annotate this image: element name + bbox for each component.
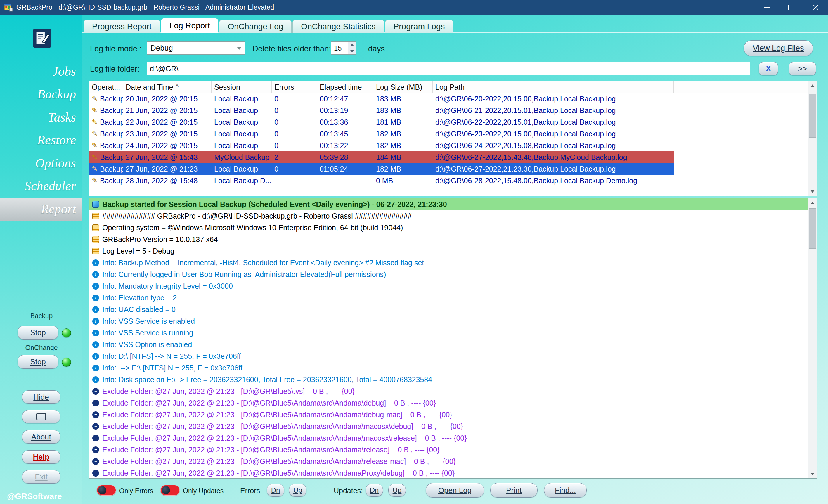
scrollbar-thumb[interactable] <box>809 208 816 249</box>
log-line[interactable]: iInfo: D:\ [NTFS] --> N = 255, F = 0x3e7… <box>89 350 808 362</box>
delete-older-stepper[interactable]: 15 <box>331 41 356 55</box>
log-line[interactable]: GRBackPro Version = 10.0.137 x64 <box>89 234 808 245</box>
log-line[interactable]: iInfo: Elevation type = 2 <box>89 292 808 303</box>
log-line[interactable]: iInfo: VSS Service is running <box>89 327 808 339</box>
table-row[interactable]: ✎Backup21 Jun, 2022 @ 20:15Local Backup0… <box>89 104 674 116</box>
log-line[interactable]: Log Level = 5 - Debug <box>89 245 808 257</box>
log-line[interactable]: −Exclude Folder: @27 Jun, 2022 @ 21:23 -… <box>89 409 808 420</box>
log-line[interactable]: iInfo: --> E:\ [NTFS] N = 255, F = 0x3e7… <box>89 362 808 374</box>
log-scrollbar[interactable] <box>808 198 817 478</box>
log-folder-input[interactable] <box>147 62 750 75</box>
table-row[interactable]: ✎Backup27 Jun, 2022 @ 21:23Local Backup0… <box>89 163 674 175</box>
sidebar-item-jobs[interactable]: Jobs <box>0 60 82 83</box>
about-button[interactable]: About <box>22 430 60 444</box>
tab-log-report[interactable]: Log Report <box>161 18 218 33</box>
log-line[interactable]: −Exclude Folder: @27 Jun, 2022 @ 21:23 -… <box>89 385 808 397</box>
scroll-up-button[interactable] <box>808 81 817 90</box>
column-header-session[interactable]: Session <box>211 81 272 93</box>
log-line[interactable]: iInfo: VSS Option is enabled <box>89 339 808 350</box>
view-log-files-button[interactable]: View Log Files <box>744 40 813 56</box>
only-errors-toggle[interactable] <box>97 485 116 496</box>
column-header-log-size-mb[interactable]: Log Size (MB) <box>373 81 433 93</box>
tab-program-logs[interactable]: Program Logs <box>385 20 453 33</box>
expand-folder-button[interactable]: >> <box>789 62 816 75</box>
sidebar-item-scheduler[interactable]: Scheduler <box>0 175 82 198</box>
find-button[interactable]: Find... <box>544 483 587 498</box>
scroll-down-button[interactable] <box>808 187 817 196</box>
stepper-down-button[interactable] <box>348 48 356 54</box>
table-row[interactable]: ✎Backup23 Jun, 2022 @ 20:15Local Backup0… <box>89 128 674 140</box>
log-line[interactable]: iInfo: UAC disabled = 0 <box>89 303 808 315</box>
backup-status-led <box>62 328 71 337</box>
log-line[interactable]: −Exclude Folder: @27 Jun, 2022 @ 21:23 -… <box>89 467 808 478</box>
info-icon: i <box>92 259 99 266</box>
log-line[interactable]: Backup started for Session Local Backup … <box>89 198 808 210</box>
stop-onchange-button[interactable]: Stop <box>17 355 58 369</box>
log-line[interactable]: −Exclude Folder: @27 Jun, 2022 @ 21:23 -… <box>89 420 808 432</box>
only-updates-toggle[interactable] <box>160 485 180 496</box>
stop-backup-button[interactable]: Stop <box>17 326 58 339</box>
table-row[interactable]: ✎Backup28 Jun, 2022 @ 15:48Local Backup … <box>89 175 674 186</box>
stepper-up-button[interactable] <box>348 42 356 48</box>
window-title: GRBackPro - d:\@GR\HD-SSD-backup.grb - R… <box>16 3 274 11</box>
log-line[interactable]: iInfo: VSS Service is enabled <box>89 315 808 327</box>
updates-down-button[interactable]: Dn <box>366 484 383 497</box>
app-logo <box>33 29 51 48</box>
maximize-button[interactable] <box>779 0 803 14</box>
log-line[interactable]: ############# GRBackPro - d:\@GR\HD-SSD-… <box>89 210 808 222</box>
arrow-up-icon <box>350 44 354 46</box>
table-scrollbar[interactable] <box>808 81 817 196</box>
table-row[interactable]: ✎Backup24 Jun, 2022 @ 20:15Local Backup0… <box>89 140 674 151</box>
log-line[interactable]: iInfo: Currently logged in User Bob Runn… <box>89 268 808 280</box>
backup-group-label: Backup <box>10 312 73 320</box>
errors-up-button[interactable]: Up <box>289 484 306 497</box>
scroll-down-button[interactable] <box>808 469 817 478</box>
tab-onchange-statistics[interactable]: OnChange Statistics <box>292 20 384 33</box>
tab-onchange-log[interactable]: OnChange Log <box>219 20 292 33</box>
exit-button[interactable]: Exit <box>22 470 60 484</box>
sidebar-item-options[interactable]: Options <box>0 152 82 175</box>
arrow-up-icon <box>811 84 815 87</box>
onchange-group-label: OnChange <box>10 344 73 352</box>
column-header-operat[interactable]: Operat... <box>89 81 123 93</box>
column-header-log-path[interactable]: Log Path <box>433 81 674 93</box>
scroll-up-button[interactable] <box>808 198 817 207</box>
table-row[interactable]: ✎Backup20 Jun, 2022 @ 20:15Local Backup0… <box>89 93 674 104</box>
log-line[interactable]: iInfo: Mandatory Integrity Level = 0x300… <box>89 280 808 292</box>
brand-label: @GRSoftware <box>7 492 62 501</box>
column-header-date-and-time[interactable]: Date and Time˄ <box>123 81 211 93</box>
sidebar-item-tasks[interactable]: Tasks <box>0 106 82 129</box>
column-header-errors[interactable]: Errors <box>272 81 317 93</box>
print-button[interactable]: Print <box>490 483 538 498</box>
hide-button[interactable]: Hide <box>22 390 60 404</box>
log-line[interactable]: iInfo: Disk space on E:\ -> Free = 20362… <box>89 374 808 385</box>
minimize-button[interactable] <box>754 0 779 14</box>
sidebar-item-restore[interactable]: Restore <box>0 129 82 152</box>
tooltip-toggle-button[interactable] <box>22 410 60 423</box>
updates-up-button[interactable]: Up <box>388 484 406 497</box>
table-row[interactable]: ✎Backup27 Jun, 2022 @ 15:43MyCloud Backu… <box>89 151 674 163</box>
log-line[interactable]: −Exclude Folder: @27 Jun, 2022 @ 21:23 -… <box>89 432 808 444</box>
log-line[interactable]: −Exclude Folder: @27 Jun, 2022 @ 21:23 -… <box>89 397 808 409</box>
arrow-up-icon <box>811 202 815 204</box>
sidebar-item-backup[interactable]: Backup <box>0 83 82 106</box>
only-updates-label: Only Updates <box>183 487 223 495</box>
clear-folder-button[interactable]: X <box>759 62 778 75</box>
scrollbar-thumb[interactable] <box>809 94 816 138</box>
open-log-button[interactable]: Open Log <box>426 483 484 498</box>
errors-nav-label: Errors <box>240 487 260 495</box>
tab-progress-report[interactable]: Progress Report <box>84 20 160 33</box>
log-file-mode-select[interactable]: Debug <box>147 41 245 55</box>
column-header-elapsed-time[interactable]: Elapsed time <box>317 81 373 93</box>
log-line[interactable]: −Exclude Folder: @27 Jun, 2022 @ 21:23 -… <box>89 444 808 456</box>
sidebar-item-report[interactable]: Report <box>0 198 82 221</box>
log-entry-icon: ✎ <box>92 142 97 149</box>
table-row[interactable]: ✎Backup22 Jun, 2022 @ 20:15Local Backup0… <box>89 116 674 128</box>
close-button[interactable] <box>803 0 828 14</box>
onchange-status-led <box>62 358 71 367</box>
log-line[interactable]: iInfo: Backup Method = Incremental, -His… <box>89 257 808 268</box>
errors-down-button[interactable]: Dn <box>267 484 284 497</box>
help-button[interactable]: Help <box>22 450 60 464</box>
log-line[interactable]: −Exclude Folder: @27 Jun, 2022 @ 21:23 -… <box>89 456 808 467</box>
log-line[interactable]: Operating system = ©Windows Microsoft Wi… <box>89 222 808 234</box>
